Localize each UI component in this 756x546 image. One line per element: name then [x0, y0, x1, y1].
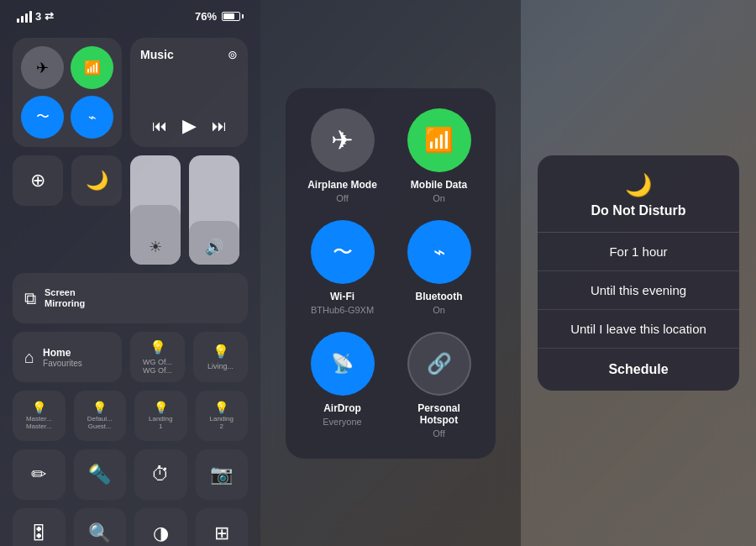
dnd-option-location[interactable]: Until I leave this location: [538, 310, 739, 349]
airdrop-icon: 📡: [331, 353, 354, 375]
qr-btn[interactable]: ⊞: [196, 508, 249, 546]
scene-landing1-icon: 💡: [154, 401, 168, 414]
home-text: Home Favourites: [43, 347, 82, 368]
wifi-icon: 〜: [36, 108, 50, 126]
airdrop-mobile-btn[interactable]: 📶: [407, 108, 471, 172]
invert-btn[interactable]: ◑: [134, 508, 187, 546]
row-3: ⧉ ScreenMirroring: [13, 273, 248, 323]
timer-btn[interactable]: ⏱: [134, 449, 187, 500]
screen-mirroring-btn[interactable]: ⧉ ScreenMirroring: [13, 273, 248, 323]
controls-grid: ✈ 📶 〜 ⌁ Music ⊚ ⏮ ▶: [0, 29, 260, 546]
dnd-option-evening[interactable]: Until this evening: [538, 271, 739, 310]
scene-landing1-btn[interactable]: 💡 Landing1: [134, 391, 187, 441]
qr-icon: ⊞: [214, 522, 229, 544]
wifi-btn[interactable]: 〜: [21, 96, 64, 139]
signal-bars: [17, 11, 32, 23]
music-title: Music: [140, 48, 174, 61]
prev-track-btn[interactable]: ⏮: [152, 118, 167, 135]
status-left: 3 ⇄: [17, 10, 54, 23]
screen-lock-btn[interactable]: ⊕: [13, 155, 63, 206]
airdrop-wifi-btn[interactable]: 〜: [311, 220, 375, 284]
camera-btn[interactable]: 📷: [196, 449, 249, 500]
do-not-disturb-btn[interactable]: 🌙: [71, 155, 122, 206]
music-tile[interactable]: Music ⊚ ⏮ ▶ ⏭: [130, 38, 248, 147]
light-wg-icon: 💡: [150, 339, 166, 355]
scene-master-btn[interactable]: 💡 Master...Master...: [13, 391, 66, 441]
airdrop-hotspot-item[interactable]: 🔗 Personal Hotspot Off: [399, 332, 479, 438]
dnd-card: 🌙 Do Not Disturb For 1 hour Until this e…: [538, 155, 739, 391]
scene-default-btn[interactable]: 💡 Defaul...Guest...: [74, 391, 127, 441]
bluetooth-btn[interactable]: ⌁: [71, 96, 113, 139]
torch-icon: 🔦: [88, 464, 111, 486]
airdrop-airplane-btn[interactable]: ✈: [311, 108, 375, 172]
airdrop-bluetooth-btn[interactable]: ⌁: [407, 220, 471, 284]
moon-icon: 🌙: [86, 170, 108, 192]
scene-landing2-label: Landing2: [210, 416, 234, 431]
airplane-mode-icon: ✈: [331, 124, 354, 156]
control-center-panel: 3 ⇄ 76% ✈ 📶 〜: [0, 0, 260, 546]
dnd-panel: 🌙 Do Not Disturb For 1 hour Until this e…: [521, 0, 756, 546]
magnifier-btn[interactable]: 🔍: [74, 508, 127, 546]
hotspot-label: Personal Hotspot: [399, 402, 479, 426]
dnd-option-1hour[interactable]: For 1 hour: [538, 233, 739, 271]
scene-master-label: Master...Master...: [26, 416, 52, 431]
airplay-icon[interactable]: ⊚: [228, 48, 238, 61]
wifi-label: Wi-Fi: [330, 291, 354, 302]
airdrop-airdrop-btn[interactable]: 📡: [311, 332, 375, 396]
airplane-mode-label: Airplane Mode: [307, 179, 377, 191]
remote-btn[interactable]: 🎛: [13, 508, 66, 546]
light-living-icon: 💡: [213, 344, 229, 360]
notes-btn[interactable]: ✏: [13, 449, 66, 500]
notes-icon: ✏: [31, 464, 46, 486]
airdrop-mobile-item[interactable]: 📶 Mobile Data On: [399, 108, 479, 203]
dnd-options: For 1 hour Until this evening Until I le…: [538, 232, 739, 391]
connectivity-tile[interactable]: ✈ 📶 〜 ⌁: [13, 38, 122, 147]
airdrop-hotspot-btn[interactable]: 🔗: [407, 332, 471, 396]
airdrop-panel: ✈ Airplane Mode Off 📶 Mobile Data On 〜 W…: [260, 0, 521, 546]
brightness-icon: ☀: [149, 238, 162, 256]
screen-mirroring-label: ScreenMirroring: [45, 287, 85, 309]
airdrop-airplane-item[interactable]: ✈ Airplane Mode Off: [302, 108, 382, 203]
bluetooth-label: Bluetooth: [416, 291, 463, 302]
row-5: 💡 Master...Master... 💡 Defaul...Guest...…: [13, 391, 248, 441]
bluetooth-sublabel: On: [433, 305, 445, 315]
airdrop-airdrop-item[interactable]: 📡 AirDrop Everyone: [302, 332, 382, 438]
airdrop-card: ✈ Airplane Mode Off 📶 Mobile Data On 〜 W…: [286, 88, 496, 459]
screen-lock-icon: ⊕: [30, 170, 45, 192]
torch-btn[interactable]: 🔦: [74, 449, 127, 500]
hotspot-icon: 🔗: [427, 352, 452, 375]
airdrop-bluetooth-item[interactable]: ⌁ Bluetooth On: [399, 220, 479, 315]
tools-row-2: 🎛 🔍 ◑ ⊞: [13, 508, 248, 546]
home-title: Home: [43, 347, 82, 359]
bluetooth-icon: ⌁: [88, 109, 97, 125]
volume-slider[interactable]: 🔊: [189, 155, 239, 265]
mobile-data-btn[interactable]: 📶: [71, 46, 113, 89]
dnd-moon-icon: 🌙: [625, 172, 652, 198]
airdrop-sublabel: Everyone: [323, 417, 361, 427]
dnd-schedule-btn[interactable]: Schedule: [538, 349, 739, 391]
scene-default-label: Defaul...Guest...: [87, 416, 113, 431]
mobile-data-icon: 📶: [84, 60, 101, 76]
airplane-mode-sublabel: Off: [336, 193, 348, 203]
scene-landing2-icon: 💡: [214, 401, 228, 414]
light-living-btn[interactable]: 💡 Living...: [193, 332, 248, 382]
home-sub: Favourites: [43, 359, 82, 368]
home-btn[interactable]: ⌂ Home Favourites: [13, 332, 122, 382]
brightness-slider[interactable]: ☀: [130, 155, 181, 265]
airplane-mode-btn[interactable]: ✈: [21, 46, 64, 89]
scene-landing2-btn[interactable]: 💡 Landing2: [196, 391, 249, 441]
battery-icon: [222, 12, 244, 21]
next-track-btn[interactable]: ⏭: [212, 118, 227, 135]
dnd-header: 🌙 Do Not Disturb: [538, 155, 739, 232]
play-pause-btn[interactable]: ▶: [182, 115, 197, 137]
wifi-icon2: 〜: [333, 239, 353, 265]
hotspot-sublabel: Off: [433, 428, 444, 438]
invert-icon: ◑: [153, 522, 169, 544]
status-bar: 3 ⇄ 76%: [0, 0, 260, 29]
magnifier-icon: 🔍: [88, 522, 111, 544]
airdrop-wifi-item[interactable]: 〜 Wi-Fi BTHub6-G9XM: [302, 220, 382, 315]
light-wg-btn[interactable]: 💡 WG Of...WG Of...: [130, 332, 185, 382]
dnd-title: Do Not Disturb: [591, 203, 686, 218]
tools-row-1: ✏ 🔦 ⏱ 📷: [13, 449, 248, 500]
carrier-label: 3: [35, 10, 41, 23]
